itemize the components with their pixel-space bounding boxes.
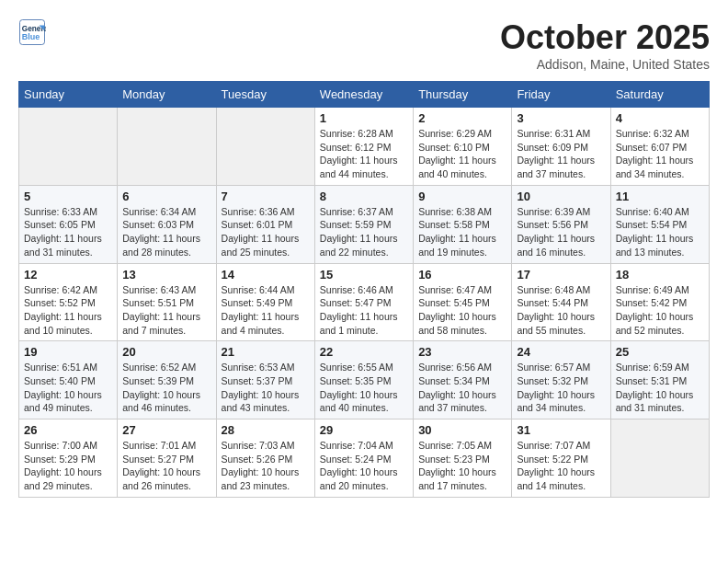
- day-number: 4: [616, 111, 704, 125]
- calendar-cell: 31Sunrise: 7:07 AMSunset: 5:22 PMDayligh…: [512, 419, 610, 498]
- day-number: 19: [24, 345, 112, 359]
- day-number: 16: [418, 268, 506, 282]
- day-info: Sunrise: 6:32 AMSunset: 6:07 PMDaylight:…: [616, 127, 704, 181]
- day-info: Sunrise: 6:39 AMSunset: 5:56 PMDaylight:…: [517, 205, 605, 259]
- week-row-3: 12Sunrise: 6:42 AMSunset: 5:52 PMDayligh…: [19, 263, 710, 341]
- logo: General Blue: [18, 18, 48, 46]
- calendar-cell: 9Sunrise: 6:38 AMSunset: 5:58 PMDaylight…: [414, 185, 512, 263]
- title-area: October 2025 Addison, Maine, United Stat…: [500, 18, 710, 72]
- week-row-2: 5Sunrise: 6:33 AMSunset: 6:05 PMDaylight…: [19, 185, 710, 263]
- day-info: Sunrise: 7:04 AMSunset: 5:24 PMDaylight:…: [320, 439, 408, 493]
- calendar-cell: [610, 419, 709, 498]
- day-info: Sunrise: 6:59 AMSunset: 5:31 PMDaylight:…: [616, 361, 704, 415]
- weekday-header-row: SundayMondayTuesdayWednesdayThursdayFrid…: [19, 82, 710, 108]
- day-info: Sunrise: 6:36 AMSunset: 6:01 PMDaylight:…: [222, 205, 310, 259]
- calendar-cell: 19Sunrise: 6:51 AMSunset: 5:40 PMDayligh…: [19, 341, 118, 419]
- day-number: 12: [24, 268, 112, 282]
- weekday-header-wednesday: Wednesday: [314, 82, 413, 108]
- day-info: Sunrise: 6:43 AMSunset: 5:51 PMDaylight:…: [122, 283, 210, 338]
- day-number: 13: [122, 268, 210, 282]
- day-number: 6: [122, 190, 210, 203]
- day-number: 26: [24, 423, 112, 437]
- day-info: Sunrise: 6:46 AMSunset: 5:47 PMDaylight:…: [320, 283, 408, 338]
- week-row-1: 1Sunrise: 6:28 AMSunset: 6:12 PMDaylight…: [19, 108, 710, 186]
- day-info: Sunrise: 6:56 AMSunset: 5:34 PMDaylight:…: [418, 361, 506, 415]
- calendar-cell: 3Sunrise: 6:31 AMSunset: 6:09 PMDaylight…: [512, 108, 610, 186]
- day-number: 17: [517, 268, 605, 282]
- calendar-cell: 16Sunrise: 6:47 AMSunset: 5:45 PMDayligh…: [414, 263, 512, 341]
- page-header: General Blue October 2025 Addison, Maine…: [18, 18, 710, 72]
- day-number: 21: [222, 345, 310, 359]
- weekday-header-friday: Friday: [512, 82, 610, 108]
- weekday-header-saturday: Saturday: [610, 82, 709, 108]
- calendar-cell: 30Sunrise: 7:05 AMSunset: 5:23 PMDayligh…: [414, 419, 512, 498]
- day-number: 10: [517, 190, 605, 203]
- weekday-header-monday: Monday: [118, 82, 216, 108]
- day-number: 7: [222, 190, 310, 203]
- calendar-cell: [216, 108, 314, 186]
- day-info: Sunrise: 6:31 AMSunset: 6:09 PMDaylight:…: [517, 127, 605, 181]
- calendar-cell: 14Sunrise: 6:44 AMSunset: 5:49 PMDayligh…: [216, 263, 314, 341]
- calendar-cell: 23Sunrise: 6:56 AMSunset: 5:34 PMDayligh…: [414, 341, 512, 419]
- day-info: Sunrise: 6:53 AMSunset: 5:37 PMDaylight:…: [222, 361, 310, 415]
- day-number: 2: [418, 111, 506, 125]
- week-row-4: 19Sunrise: 6:51 AMSunset: 5:40 PMDayligh…: [19, 341, 710, 419]
- day-info: Sunrise: 6:29 AMSunset: 6:10 PMDaylight:…: [418, 127, 506, 181]
- calendar-cell: 22Sunrise: 6:55 AMSunset: 5:35 PMDayligh…: [314, 341, 413, 419]
- calendar-cell: 8Sunrise: 6:37 AMSunset: 5:59 PMDaylight…: [314, 185, 413, 263]
- day-info: Sunrise: 7:01 AMSunset: 5:27 PMDaylight:…: [122, 439, 210, 493]
- day-info: Sunrise: 6:42 AMSunset: 5:52 PMDaylight:…: [24, 283, 112, 338]
- day-info: Sunrise: 6:47 AMSunset: 5:45 PMDaylight:…: [418, 283, 506, 338]
- calendar-cell: 25Sunrise: 6:59 AMSunset: 5:31 PMDayligh…: [610, 341, 709, 419]
- day-number: 23: [418, 345, 506, 359]
- day-number: 24: [517, 345, 605, 359]
- day-info: Sunrise: 6:44 AMSunset: 5:49 PMDaylight:…: [222, 283, 310, 338]
- day-info: Sunrise: 6:48 AMSunset: 5:44 PMDaylight:…: [517, 283, 605, 338]
- day-number: 29: [320, 423, 408, 437]
- day-number: 1: [320, 111, 408, 125]
- calendar-cell: [118, 108, 216, 186]
- day-number: 27: [122, 423, 210, 437]
- day-number: 22: [320, 345, 408, 359]
- day-info: Sunrise: 6:57 AMSunset: 5:32 PMDaylight:…: [517, 361, 605, 415]
- month-title: October 2025: [500, 18, 710, 57]
- day-info: Sunrise: 6:49 AMSunset: 5:42 PMDaylight:…: [616, 283, 704, 338]
- day-number: 28: [222, 423, 310, 437]
- day-info: Sunrise: 6:34 AMSunset: 6:03 PMDaylight:…: [122, 205, 210, 259]
- calendar-cell: 15Sunrise: 6:46 AMSunset: 5:47 PMDayligh…: [314, 263, 413, 341]
- day-number: 31: [517, 423, 605, 437]
- logo-icon: General Blue: [18, 18, 46, 46]
- weekday-header-thursday: Thursday: [414, 82, 512, 108]
- day-info: Sunrise: 6:38 AMSunset: 5:58 PMDaylight:…: [418, 205, 506, 259]
- calendar-cell: 27Sunrise: 7:01 AMSunset: 5:27 PMDayligh…: [118, 419, 216, 498]
- day-info: Sunrise: 7:00 AMSunset: 5:29 PMDaylight:…: [24, 439, 112, 493]
- day-info: Sunrise: 6:37 AMSunset: 5:59 PMDaylight:…: [320, 205, 408, 259]
- calendar-cell: [19, 108, 118, 186]
- calendar-cell: 29Sunrise: 7:04 AMSunset: 5:24 PMDayligh…: [314, 419, 413, 498]
- calendar-cell: 6Sunrise: 6:34 AMSunset: 6:03 PMDaylight…: [118, 185, 216, 263]
- weekday-header-sunday: Sunday: [19, 82, 118, 108]
- week-row-5: 26Sunrise: 7:00 AMSunset: 5:29 PMDayligh…: [19, 419, 710, 498]
- calendar-cell: 21Sunrise: 6:53 AMSunset: 5:37 PMDayligh…: [216, 341, 314, 419]
- calendar-cell: 4Sunrise: 6:32 AMSunset: 6:07 PMDaylight…: [610, 108, 709, 186]
- day-info: Sunrise: 6:33 AMSunset: 6:05 PMDaylight:…: [24, 205, 112, 259]
- calendar-cell: 20Sunrise: 6:52 AMSunset: 5:39 PMDayligh…: [118, 341, 216, 419]
- day-info: Sunrise: 7:07 AMSunset: 5:22 PMDaylight:…: [517, 439, 605, 493]
- day-info: Sunrise: 7:05 AMSunset: 5:23 PMDaylight:…: [418, 439, 506, 493]
- day-number: 14: [222, 268, 310, 282]
- weekday-header-tuesday: Tuesday: [216, 82, 314, 108]
- day-info: Sunrise: 6:52 AMSunset: 5:39 PMDaylight:…: [122, 361, 210, 415]
- day-info: Sunrise: 7:03 AMSunset: 5:26 PMDaylight:…: [222, 439, 310, 493]
- day-number: 9: [418, 190, 506, 203]
- day-number: 8: [320, 190, 408, 203]
- day-info: Sunrise: 6:28 AMSunset: 6:12 PMDaylight:…: [320, 127, 408, 181]
- calendar-table: SundayMondayTuesdayWednesdayThursdayFrid…: [18, 81, 710, 498]
- svg-text:Blue: Blue: [22, 32, 40, 41]
- day-number: 30: [418, 423, 506, 437]
- day-info: Sunrise: 6:51 AMSunset: 5:40 PMDaylight:…: [24, 361, 112, 415]
- calendar-cell: 18Sunrise: 6:49 AMSunset: 5:42 PMDayligh…: [610, 263, 709, 341]
- day-number: 3: [517, 111, 605, 125]
- calendar-cell: 11Sunrise: 6:40 AMSunset: 5:54 PMDayligh…: [610, 185, 709, 263]
- day-number: 11: [616, 190, 704, 203]
- calendar-cell: 5Sunrise: 6:33 AMSunset: 6:05 PMDaylight…: [19, 185, 118, 263]
